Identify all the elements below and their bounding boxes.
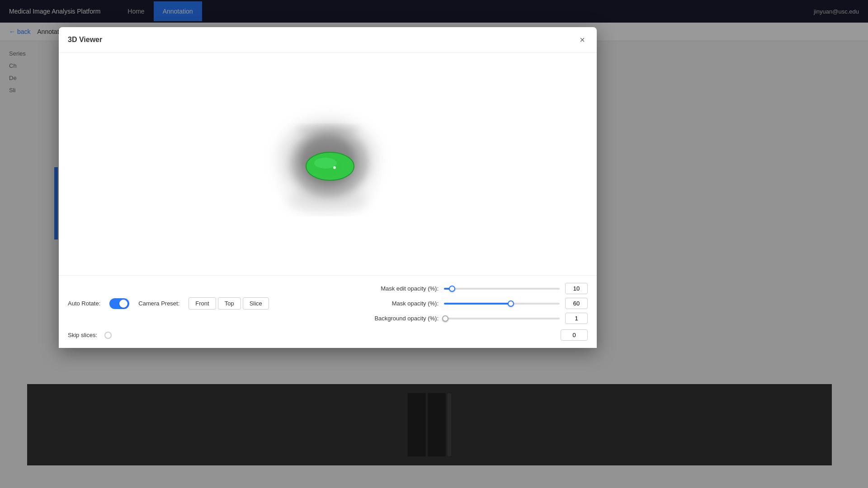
preset-top-button[interactable]: Top (218, 297, 241, 310)
mask-edit-opacity-label: Mask edit opacity (%): (362, 285, 439, 292)
viewer-3d-area[interactable] (59, 53, 597, 275)
background-opacity-row: Background opacity (%): (362, 313, 588, 324)
mask-opacity-fill (444, 303, 511, 305)
mask-opacity-label: Mask opacity (%): (362, 300, 439, 307)
mask-edit-opacity-thumb (449, 286, 455, 292)
mask-opacity-track[interactable] (444, 303, 560, 305)
skip-slices-input[interactable] (561, 329, 588, 341)
background-opacity-track[interactable] (444, 318, 560, 319)
toggle-thumb (119, 300, 127, 308)
auto-rotate-toggle[interactable] (109, 298, 129, 309)
modal-close-button[interactable]: × (577, 34, 588, 45)
svg-point-8 (333, 166, 336, 169)
preset-buttons: Front Top Slice (189, 297, 269, 310)
viewer-modal: 3D Viewer × (59, 27, 597, 348)
preset-front-button[interactable]: Front (189, 297, 216, 310)
controls-bar: Auto Rotate: Camera Preset: Front Top Sl… (59, 275, 597, 348)
mask-opacity-thumb (508, 300, 514, 307)
modal-header: 3D Viewer × (59, 27, 597, 53)
skip-slices-radio[interactable] (104, 332, 112, 339)
mask-edit-opacity-value[interactable] (565, 283, 588, 294)
camera-preset-label: Camera Preset: (138, 300, 179, 307)
mask-opacity-value[interactable] (565, 298, 588, 309)
preset-slice-button[interactable]: Slice (243, 297, 269, 310)
modal-title: 3D Viewer (68, 36, 102, 44)
brain-visualization (260, 101, 396, 227)
mask-opacity-row: Mask opacity (%): (362, 298, 588, 309)
brain-svg (260, 101, 396, 227)
background-opacity-label: Background opacity (%): (362, 315, 439, 322)
sliders-panel: Mask edit opacity (%): Mask opacity (%): (362, 283, 588, 324)
auto-rotate-label: Auto Rotate: (68, 300, 100, 307)
skip-slices-label: Skip slices: (68, 332, 97, 338)
controls-row-2: Skip slices: (68, 329, 588, 341)
mask-edit-opacity-row: Mask edit opacity (%): (362, 283, 588, 294)
background-opacity-thumb (442, 315, 448, 322)
mask-edit-opacity-track[interactable] (444, 288, 560, 290)
controls-row-1: Auto Rotate: Camera Preset: Front Top Sl… (68, 283, 588, 324)
background-opacity-value[interactable] (565, 313, 588, 324)
